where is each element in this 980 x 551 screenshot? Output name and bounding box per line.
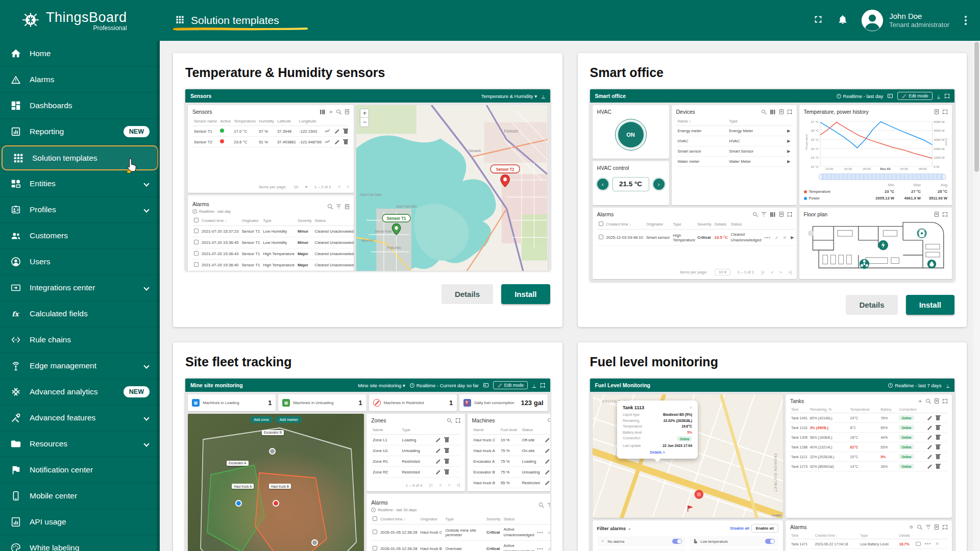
machine-row[interactable]: Excavator B75 %Unloading bbox=[472, 467, 550, 478]
fullscreen-icon[interactable] bbox=[788, 110, 792, 114]
export-icon[interactable] bbox=[935, 398, 939, 404]
alarm-row[interactable]: 2021-07-20 15:36:43Sensor T1 High Temper… bbox=[192, 248, 354, 260]
row-checkbox[interactable] bbox=[194, 229, 199, 233]
sidebar-item-resources[interactable]: Resources bbox=[0, 431, 160, 457]
sidebar-item-advanced-analytics[interactable]: Advanced analytics NEW bbox=[0, 379, 160, 405]
water-drop-icon[interactable] bbox=[927, 260, 936, 268]
filter-icon[interactable] bbox=[336, 205, 341, 209]
row-checkbox[interactable] bbox=[194, 262, 199, 267]
zone-row[interactable]: Zone L1Loading bbox=[371, 435, 460, 445]
zone-row[interactable]: Zone R1Restricted bbox=[371, 456, 460, 467]
delete-icon[interactable] bbox=[344, 139, 348, 144]
export-icon[interactable] bbox=[345, 109, 349, 114]
add-icon[interactable]: + bbox=[919, 399, 922, 404]
edit-icon[interactable] bbox=[545, 437, 550, 442]
alarm-row[interactable]: 2025-12-03 09:48:10 Smart sensor High Te… bbox=[597, 230, 796, 246]
row-checkbox[interactable] bbox=[373, 546, 377, 550]
map-attribution[interactable]: Leaflet bbox=[772, 514, 781, 517]
add-icon[interactable]: + bbox=[329, 110, 332, 114]
search-icon[interactable] bbox=[762, 110, 766, 114]
edit-icon[interactable] bbox=[435, 448, 440, 453]
alarm-row[interactable]: 2021-07-20 15:36:45Sensor T1 Low Humidit… bbox=[192, 237, 354, 248]
edit-icon[interactable] bbox=[334, 129, 339, 134]
search-icon[interactable] bbox=[336, 110, 341, 114]
more-menu-icon[interactable] bbox=[963, 14, 969, 27]
details-button[interactable]: Details bbox=[846, 295, 897, 315]
sidebar-item-reporting[interactable]: Reporting NEW bbox=[0, 119, 160, 145]
machine-label[interactable]: Excavator B bbox=[262, 430, 284, 435]
time-window-label[interactable]: Realtime - last day bbox=[199, 209, 231, 214]
delete-icon[interactable] bbox=[936, 444, 940, 449]
close-icon[interactable]: × bbox=[690, 405, 692, 410]
prev-page-icon[interactable]: < bbox=[439, 483, 442, 488]
edit-icon[interactable] bbox=[545, 448, 550, 453]
delete-icon[interactable] bbox=[344, 129, 348, 134]
columns-icon[interactable] bbox=[770, 212, 775, 217]
settings-icon[interactable]: ⚙ bbox=[910, 525, 913, 530]
machine-row[interactable]: Haul truck B55 %Restricted bbox=[472, 478, 550, 488]
ack-icon[interactable]: ✓ bbox=[775, 235, 779, 240]
sidebar-item-dashboards[interactable]: Dashboards bbox=[0, 93, 160, 119]
camera-icon[interactable] bbox=[807, 230, 814, 236]
machine-marker[interactable] bbox=[273, 500, 279, 507]
export-icon[interactable] bbox=[935, 109, 939, 114]
device-row[interactable]: Water meterWater Meter▶ bbox=[676, 157, 792, 167]
edit-icon[interactable] bbox=[435, 469, 440, 474]
edit-icon[interactable] bbox=[545, 459, 550, 464]
download-icon[interactable]: ↓ bbox=[946, 383, 950, 388]
increase-temp-button[interactable]: › bbox=[653, 179, 665, 190]
items-per-page-select[interactable]: 10 ▾ bbox=[715, 269, 730, 276]
device-row[interactable]: Energy meterEnergy Meter▶ bbox=[676, 126, 792, 136]
fullscreen-icon[interactable] bbox=[788, 212, 792, 217]
brand-logo[interactable]: ThingsBoard Professional bbox=[0, 9, 160, 32]
edit-icon[interactable] bbox=[334, 139, 339, 144]
first-page-icon[interactable]: |< bbox=[429, 483, 433, 488]
edit-icon[interactable] bbox=[435, 437, 440, 442]
edit-icon[interactable] bbox=[545, 480, 550, 485]
edit-icon[interactable] bbox=[927, 454, 932, 459]
download-icon[interactable]: ↓ bbox=[937, 94, 941, 98]
search-icon[interactable] bbox=[539, 503, 544, 507]
fullscreen-icon[interactable] bbox=[943, 212, 947, 217]
filter-icon[interactable] bbox=[548, 503, 550, 507]
delete-icon[interactable] bbox=[936, 464, 940, 469]
sensor-icon[interactable] bbox=[917, 229, 926, 238]
clear-icon[interactable]: ✕ bbox=[783, 235, 787, 240]
disable-all-link[interactable]: Disable all bbox=[730, 526, 749, 531]
alarm-row[interactable]: Tank 14712023-06-22 17:04:18Low Battery … bbox=[790, 539, 947, 549]
more-icon[interactable]: ••• bbox=[537, 546, 543, 551]
columns-icon[interactable] bbox=[320, 110, 325, 114]
map-widget[interactable]: +− bbox=[356, 105, 547, 271]
zoom-in-button[interactable]: + bbox=[360, 109, 369, 118]
fullscreen-icon[interactable] bbox=[943, 399, 947, 404]
sidebar-item-rule-chains[interactable]: Rule chains bbox=[0, 327, 160, 353]
add-zone-button[interactable]: Add zone bbox=[250, 416, 273, 423]
tank-row[interactable]: Tank 1133 3% (4505L) 8°C59% Online bbox=[790, 423, 947, 433]
export-icon[interactable] bbox=[345, 204, 349, 209]
edit-icon[interactable] bbox=[545, 469, 550, 474]
install-button[interactable]: Install bbox=[501, 284, 550, 304]
edit-icon[interactable] bbox=[927, 464, 932, 469]
mine-site-map-widget[interactable]: Add zone Add marker Excavator B Excavato… bbox=[188, 414, 364, 551]
edit-mode-button[interactable]: Edit mode bbox=[897, 92, 932, 100]
sidebar-item-profiles[interactable]: Profiles bbox=[0, 197, 160, 223]
edit-icon[interactable] bbox=[927, 425, 932, 430]
first-page-icon[interactable]: |< bbox=[761, 270, 765, 275]
tank-row[interactable]: Tank 1305 56% (16084L) 18°C44% Online bbox=[790, 433, 947, 442]
play-icon[interactable]: ▶ bbox=[791, 235, 794, 240]
next-page-icon[interactable]: > bbox=[448, 483, 450, 488]
sensor-row[interactable]: Sensor T2 23.6 °C51 % 37.493881-121.9487… bbox=[192, 137, 349, 147]
delete-icon[interactable] bbox=[445, 469, 449, 474]
more-icon[interactable]: ••• bbox=[537, 530, 543, 535]
row-checkbox[interactable] bbox=[599, 235, 603, 239]
alarm-row[interactable]: 2026-01-05 12:36:28Haul truck C Outside … bbox=[371, 524, 550, 541]
delete-icon[interactable] bbox=[936, 425, 940, 430]
prev-page-icon[interactable]: < bbox=[338, 184, 341, 189]
time-window-label[interactable]: Realtime - last 30 days bbox=[378, 508, 416, 512]
device-row[interactable]: Smart sensorSmart Sensor▶ bbox=[676, 146, 792, 157]
alarm-row[interactable]: 2021-07-20 15:36:40Sensor T1 High Temper… bbox=[192, 260, 354, 271]
sidebar-scrollbar[interactable] bbox=[157, 41, 160, 551]
power-icon[interactable] bbox=[878, 240, 888, 250]
machine-row[interactable]: Haul truck A75 %On-site bbox=[472, 445, 550, 456]
page-scrollbar[interactable] bbox=[973, 41, 980, 551]
